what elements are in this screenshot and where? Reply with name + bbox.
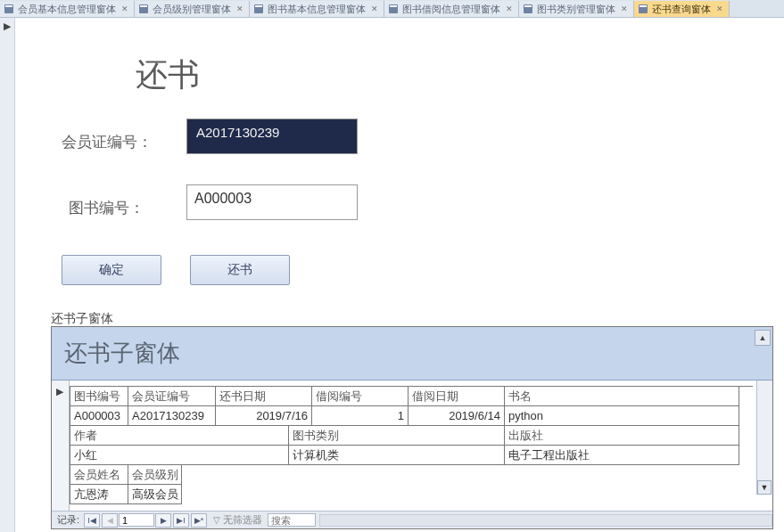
col-return-date: 还书日期 bbox=[216, 387, 312, 406]
search-input[interactable] bbox=[268, 513, 316, 527]
cell-book-name[interactable]: python bbox=[505, 406, 739, 426]
member-no-input[interactable]: A2017130239 bbox=[186, 119, 358, 154]
close-icon[interactable]: ✕ bbox=[506, 4, 513, 13]
svg-rect-3 bbox=[140, 5, 147, 7]
close-icon[interactable]: ✕ bbox=[121, 4, 128, 13]
col-author: 作者 bbox=[70, 426, 289, 446]
close-icon[interactable]: ✕ bbox=[716, 4, 723, 13]
book-no-input[interactable]: A000003 bbox=[186, 184, 358, 220]
record-navigator: 记录: I◀ ◀ ▶ ▶I ▶* ▽ 无筛选器 bbox=[52, 511, 772, 528]
current-record-marker-icon: ▶ bbox=[56, 386, 69, 397]
last-record-button[interactable]: ▶I bbox=[173, 513, 189, 528]
subform-header: 还书子窗体 ▲ bbox=[52, 327, 772, 381]
cell-member-level[interactable]: 高级会员 bbox=[128, 485, 182, 504]
cell-borrow-no[interactable]: 1 bbox=[312, 406, 409, 426]
form-icon bbox=[523, 4, 533, 14]
svg-rect-1 bbox=[5, 5, 12, 7]
current-record-marker-icon: ▶ bbox=[4, 20, 14, 32]
form-icon bbox=[388, 4, 399, 14]
tab-label: 会员级别管理窗体 bbox=[153, 3, 231, 16]
filter-icon: ▽ bbox=[213, 515, 220, 525]
member-no-value: A2017130239 bbox=[194, 124, 281, 141]
subform-grid: 图书编号 会员证编号 还书日期 借阅编号 借阅日期 书名 A000003 A20… bbox=[70, 386, 753, 504]
grid-data-row[interactable]: A000003 A2017130239 2019/7/16 1 2019/6/1… bbox=[70, 406, 753, 426]
cell-category[interactable]: 计算机类 bbox=[289, 446, 505, 465]
vertical-scrollbar[interactable]: ▼ bbox=[756, 381, 772, 495]
subform-record-selector[interactable]: ▶ bbox=[52, 381, 70, 511]
grid-data-row[interactable]: 亢恩涛 高级会员 bbox=[70, 485, 753, 504]
cell-borrow-date[interactable]: 2019/6/14 bbox=[409, 406, 505, 426]
col-book-no: 图书编号 bbox=[70, 387, 128, 406]
cell-author[interactable]: 小红 bbox=[70, 446, 289, 465]
tab-book-category[interactable]: 图书类别管理窗体 ✕ bbox=[519, 1, 634, 17]
col-member-level: 会员级别 bbox=[128, 465, 182, 485]
col-book-name: 书名 bbox=[505, 387, 739, 406]
cell-book-no[interactable]: A000003 bbox=[70, 406, 128, 426]
record-selector-gutter[interactable]: ▶ bbox=[0, 18, 15, 532]
svg-rect-11 bbox=[640, 5, 647, 7]
cell-press[interactable]: 电子工程出版社 bbox=[505, 446, 739, 465]
first-record-button[interactable]: I◀ bbox=[84, 513, 100, 528]
return-subform: 还书子窗体 ▲ ▶ ▼ 图书编号 会员证编号 还书日期 借阅编号 bbox=[51, 326, 773, 529]
tab-book-info[interactable]: 图书基本信息管理窗体 ✕ bbox=[250, 1, 384, 17]
grid-header-row: 会员姓名 会员级别 bbox=[70, 465, 753, 485]
ok-button[interactable]: 确定 bbox=[62, 255, 161, 285]
tab-member-info[interactable]: 会员基本信息管理窗体 ✕ bbox=[0, 1, 135, 17]
col-member-name: 会员姓名 bbox=[70, 465, 128, 485]
tab-borrow-info[interactable]: 图书借阅信息管理窗体 ✕ bbox=[384, 1, 519, 17]
cell-member-no[interactable]: A2017130239 bbox=[128, 406, 216, 426]
col-borrow-date: 借阅日期 bbox=[409, 387, 505, 406]
cell-member-name[interactable]: 亢恩涛 bbox=[70, 485, 128, 504]
tab-label: 会员基本信息管理窗体 bbox=[18, 3, 116, 16]
tab-member-level[interactable]: 会员级别管理窗体 ✕ bbox=[135, 1, 250, 17]
svg-rect-9 bbox=[524, 5, 532, 7]
book-no-label: 图书编号： bbox=[69, 198, 144, 218]
scroll-up-button[interactable]: ▲ bbox=[755, 330, 771, 346]
tab-return-query[interactable]: 还书查询窗体 ✕ bbox=[634, 1, 730, 17]
cell-return-date[interactable]: 2019/7/16 bbox=[216, 406, 312, 426]
form-canvas: 还书 会员证编号： A2017130239 图书编号： A000003 确定 还… bbox=[15, 18, 784, 532]
col-press: 出版社 bbox=[505, 426, 739, 446]
member-no-label: 会员证编号： bbox=[62, 132, 153, 152]
grid-data-row[interactable]: 小红 计算机类 电子工程出版社 bbox=[70, 446, 753, 465]
close-icon[interactable]: ✕ bbox=[621, 4, 628, 13]
filter-indicator[interactable]: ▽ 无筛选器 bbox=[213, 513, 262, 527]
prev-record-button[interactable]: ◀ bbox=[102, 513, 118, 528]
grid-header-row: 作者 图书类别 出版社 bbox=[70, 426, 753, 446]
new-record-button[interactable]: ▶* bbox=[191, 513, 207, 528]
scroll-down-button[interactable]: ▼ bbox=[757, 480, 772, 495]
return-button[interactable]: 还书 bbox=[190, 255, 290, 285]
tab-label: 图书类别管理窗体 bbox=[537, 3, 615, 16]
horizontal-scrollbar[interactable] bbox=[319, 514, 772, 527]
form-icon bbox=[138, 4, 149, 14]
tab-strip: 会员基本信息管理窗体 ✕ 会员级别管理窗体 ✕ 图书基本信息管理窗体 ✕ 图书借… bbox=[0, 0, 784, 18]
tab-label: 图书借阅信息管理窗体 bbox=[402, 3, 500, 16]
tab-label: 图书基本信息管理窗体 bbox=[268, 3, 366, 16]
tab-label: 还书查询窗体 bbox=[652, 3, 711, 16]
subform-title: 还书子窗体 bbox=[64, 338, 180, 369]
col-member-no: 会员证编号 bbox=[128, 387, 216, 406]
recnav-label: 记录: bbox=[57, 513, 79, 527]
form-icon bbox=[638, 4, 648, 14]
subform-outer-label: 还书子窗体 bbox=[51, 311, 113, 327]
svg-rect-5 bbox=[255, 5, 262, 7]
close-icon[interactable]: ✕ bbox=[236, 4, 243, 13]
close-icon[interactable]: ✕ bbox=[371, 4, 378, 13]
col-borrow-no: 借阅编号 bbox=[312, 387, 409, 406]
search-box bbox=[268, 513, 316, 527]
grid-header-row: 图书编号 会员证编号 还书日期 借阅编号 借阅日期 书名 bbox=[70, 387, 753, 406]
col-category: 图书类别 bbox=[289, 426, 505, 446]
svg-rect-7 bbox=[390, 5, 397, 7]
form-icon bbox=[4, 4, 14, 14]
book-no-value: A000003 bbox=[194, 191, 252, 206]
next-record-button[interactable]: ▶ bbox=[155, 513, 171, 528]
current-record-input[interactable] bbox=[119, 513, 154, 527]
form-icon bbox=[253, 4, 264, 14]
page-title: 还书 bbox=[136, 53, 200, 97]
